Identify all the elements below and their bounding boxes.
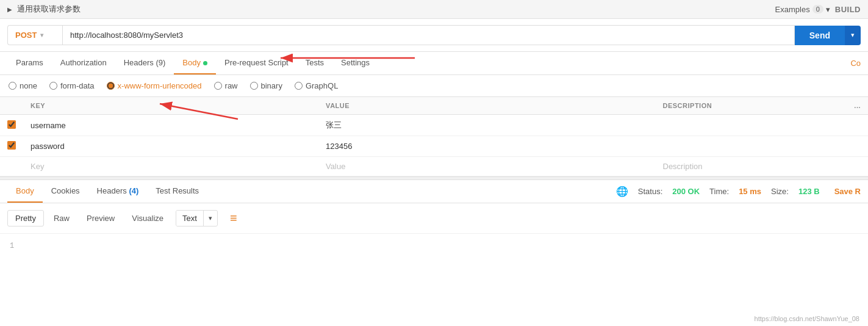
response-tab-cookies[interactable]: Cookies: [43, 180, 88, 203]
format-visualize-button[interactable]: Visualize: [124, 211, 171, 226]
response-tab-test-results[interactable]: Test Results: [147, 180, 207, 203]
method-label: POST: [15, 31, 37, 40]
format-preview-button[interactable]: Preview: [79, 211, 122, 226]
code-area: 1: [0, 234, 868, 258]
method-select[interactable]: POST ▾: [7, 25, 62, 45]
row-key-password[interactable]: password: [23, 136, 318, 157]
table-empty-row: Key Value Description: [0, 157, 868, 176]
save-r-button[interactable]: Save R: [834, 187, 861, 196]
body-dot: [203, 61, 207, 65]
tab-tests[interactable]: Tests: [297, 52, 332, 74]
send-btn-group: Send ▾: [795, 26, 861, 45]
radio-graphql[interactable]: GraphQL: [295, 81, 338, 90]
tab-body[interactable]: Body: [174, 52, 216, 74]
body-options: none form-data x-www-form-urlencoded raw…: [0, 75, 868, 97]
top-bar-right: Examples 0 ▾ BUILD: [775, 5, 861, 14]
tab-headers[interactable]: Headers (9): [115, 52, 174, 74]
radio-form-data[interactable]: form-data: [49, 81, 95, 90]
tabs-bar: Params Authorization Headers (9) Body Pr…: [0, 52, 868, 75]
section-label: 通用获取请求参数: [17, 4, 81, 15]
method-dropdown-icon: ▾: [40, 32, 43, 38]
status-label: Status:: [638, 187, 662, 196]
empty-desc-input[interactable]: Description: [656, 157, 826, 176]
response-section: Body Cookies Headers (4) Test Results 🌐 …: [0, 180, 868, 258]
send-dropdown-button[interactable]: ▾: [845, 26, 861, 45]
row-desc-password[interactable]: [656, 136, 826, 157]
format-select-arrow[interactable]: ▾: [204, 211, 217, 225]
col-value: VALUE: [318, 97, 655, 115]
response-status-bar: 🌐 Status: 200 OK Time: 15 ms Size: 123 B…: [616, 186, 861, 197]
size-label: Size:: [771, 187, 789, 196]
radio-raw[interactable]: raw: [214, 81, 238, 90]
format-select-group: Text ▾: [176, 210, 218, 226]
format-raw-button[interactable]: Raw: [46, 211, 77, 226]
line-number-1: 1: [10, 242, 14, 250]
status-value: 200 OK: [672, 187, 700, 196]
col-description: DESCRIPTION: [656, 97, 826, 115]
wrap-button[interactable]: ≡: [225, 208, 242, 228]
top-bar: ▶ 通用获取请求参数 Examples 0 ▾ BUILD: [0, 0, 868, 19]
col-key: KEY: [23, 97, 318, 115]
radio-binary[interactable]: binary: [250, 81, 282, 90]
params-table: KEY VALUE DESCRIPTION ... username 张三: [0, 97, 868, 176]
row-key-username[interactable]: username: [23, 115, 318, 136]
tab-params[interactable]: Params: [7, 52, 52, 74]
table-row: username 张三: [0, 115, 868, 136]
tab-prerequest[interactable]: Pre-request Script: [216, 52, 297, 74]
format-select-label: Text: [176, 211, 204, 226]
tab-authorization[interactable]: Authorization: [52, 52, 115, 74]
radio-none[interactable]: none: [9, 81, 37, 90]
request-bar: POST ▾ Send ▾: [0, 19, 868, 52]
response-tab-body[interactable]: Body: [7, 180, 43, 203]
table-header-row: KEY VALUE DESCRIPTION ...: [0, 97, 868, 115]
empty-key-input[interactable]: Key: [23, 157, 318, 176]
time-value: 15 ms: [739, 187, 761, 196]
table-row: password 123456: [0, 136, 868, 157]
format-toolbar: Pretty Raw Preview Visualize Text ▾ ≡: [0, 203, 868, 234]
row-value-username[interactable]: 张三: [318, 115, 655, 136]
url-input[interactable]: [62, 25, 795, 45]
tab-cookies-link[interactable]: Co: [850, 59, 861, 68]
size-value: 123 B: [798, 187, 820, 196]
col-more: ...: [825, 97, 868, 115]
build-button[interactable]: BUILD: [835, 5, 861, 14]
row-checkbox-username[interactable]: [7, 120, 16, 129]
format-pretty-button[interactable]: Pretty: [7, 210, 44, 226]
radio-x-www-form-urlencoded[interactable]: x-www-form-urlencoded: [107, 81, 202, 90]
empty-value-input[interactable]: Value: [318, 157, 655, 176]
globe-icon[interactable]: 🌐: [616, 186, 628, 197]
response-tab-headers[interactable]: Headers (4): [88, 180, 148, 203]
send-button[interactable]: Send: [795, 26, 845, 45]
row-checkbox-password[interactable]: [7, 141, 16, 150]
row-desc-username[interactable]: [656, 115, 826, 136]
response-tabs-bar: Body Cookies Headers (4) Test Results 🌐 …: [0, 180, 868, 203]
time-label: Time:: [709, 187, 729, 196]
section-toggle-icon[interactable]: ▶: [7, 6, 12, 13]
row-value-password[interactable]: 123456: [318, 136, 655, 157]
examples-button[interactable]: Examples 0 ▾: [775, 5, 830, 14]
tab-settings[interactable]: Settings: [332, 52, 378, 74]
